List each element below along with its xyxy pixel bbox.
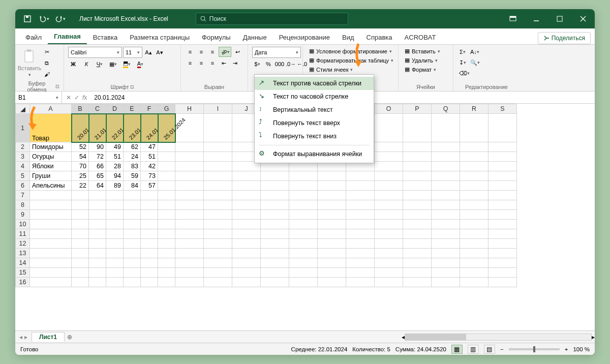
bold-button[interactable]: Ж xyxy=(68,59,78,69)
cell[interactable] xyxy=(432,210,460,220)
cell[interactable]: 65 xyxy=(89,171,106,181)
cell[interactable] xyxy=(489,258,517,268)
cell[interactable] xyxy=(158,268,175,278)
clear-icon[interactable]: ⌫ ▾ xyxy=(458,68,471,78)
cell[interactable] xyxy=(489,142,517,152)
redo-icon[interactable]: ▾ xyxy=(53,12,67,26)
row-header[interactable]: 7 xyxy=(16,191,30,200)
cell[interactable] xyxy=(30,239,72,249)
cell[interactable] xyxy=(375,200,403,210)
column-header[interactable]: H xyxy=(175,104,204,114)
column-header[interactable]: G xyxy=(158,104,175,114)
cell[interactable] xyxy=(489,278,517,287)
cell[interactable] xyxy=(204,220,232,229)
cell[interactable] xyxy=(141,229,158,239)
cell[interactable] xyxy=(460,181,489,191)
wrap-text-icon[interactable]: ↩ xyxy=(232,47,242,57)
view-page-layout-icon[interactable]: ▥ xyxy=(468,345,479,354)
cell[interactable]: 22 xyxy=(72,181,89,191)
zoom-slider[interactable] xyxy=(509,348,560,350)
row-header[interactable]: 8 xyxy=(16,200,30,210)
cell[interactable] xyxy=(175,268,204,278)
tab-данные[interactable]: Данные xyxy=(237,31,273,44)
column-header[interactable]: D xyxy=(106,104,124,114)
cell[interactable] xyxy=(289,268,318,278)
cell[interactable] xyxy=(375,249,403,258)
cell[interactable] xyxy=(72,191,89,200)
cell[interactable] xyxy=(460,200,489,210)
cell[interactable] xyxy=(403,171,432,181)
cell[interactable] xyxy=(30,210,72,220)
column-header[interactable]: P xyxy=(403,104,432,114)
orientation-menu-item[interactable]: ⤵Повернуть текст вниз xyxy=(255,130,374,143)
cell[interactable] xyxy=(72,229,89,239)
orientation-button[interactable]: ab▾ xyxy=(219,47,231,57)
cell[interactable] xyxy=(89,249,106,258)
cell[interactable] xyxy=(289,181,318,191)
cell[interactable] xyxy=(175,210,204,220)
align-left-icon[interactable]: ≡ xyxy=(185,58,195,68)
sheet-nav-prev-icon[interactable]: ◂ xyxy=(19,333,22,341)
cell[interactable] xyxy=(232,210,261,220)
cell[interactable]: 64 xyxy=(89,181,106,191)
cell[interactable] xyxy=(261,171,289,181)
cell[interactable] xyxy=(124,191,141,200)
cell[interactable] xyxy=(289,220,318,229)
cell[interactable] xyxy=(489,162,517,171)
cell[interactable]: 20.01.2024 xyxy=(72,114,89,142)
row-header[interactable]: 15 xyxy=(16,268,30,278)
cell[interactable] xyxy=(489,152,517,162)
cell[interactable] xyxy=(460,152,489,162)
cell[interactable] xyxy=(460,210,489,220)
cell[interactable] xyxy=(375,258,403,268)
cell[interactable] xyxy=(106,229,124,239)
cell[interactable] xyxy=(375,220,403,229)
cell[interactable] xyxy=(432,268,460,278)
orientation-menu-item[interactable]: ⤴Повернуть текст вверх xyxy=(255,116,374,130)
zoom-in-icon[interactable]: + xyxy=(565,346,568,352)
number-format-select[interactable]: Дата▾ xyxy=(252,47,301,58)
cell[interactable] xyxy=(318,278,346,287)
tab-формулы[interactable]: Формулы xyxy=(196,31,237,44)
cell[interactable] xyxy=(232,200,261,210)
align-top-icon[interactable]: ≡ xyxy=(185,47,195,57)
horizontal-scrollbar[interactable]: ◂▸ xyxy=(402,333,595,341)
cell[interactable] xyxy=(204,191,232,200)
increase-decimal-icon[interactable]: .0→ xyxy=(286,59,296,69)
name-box[interactable]: B1▾ xyxy=(15,92,62,103)
cell[interactable] xyxy=(403,191,432,200)
cell[interactable]: 49 xyxy=(106,142,124,152)
cell[interactable] xyxy=(175,162,204,171)
cell[interactable] xyxy=(89,191,106,200)
search-box[interactable]: Поиск xyxy=(196,13,348,25)
cell[interactable] xyxy=(89,229,106,239)
font-color-icon[interactable]: A▾ xyxy=(135,59,145,69)
cell[interactable] xyxy=(318,191,346,200)
cell[interactable]: 73 xyxy=(141,171,158,181)
column-header[interactable]: F xyxy=(141,104,158,114)
cell[interactable] xyxy=(175,220,204,229)
cell[interactable] xyxy=(489,220,517,229)
cell[interactable] xyxy=(489,210,517,220)
cell[interactable] xyxy=(106,210,124,220)
cell[interactable] xyxy=(460,268,489,278)
cell[interactable]: 51 xyxy=(106,152,124,162)
cell[interactable] xyxy=(89,239,106,249)
cell[interactable] xyxy=(204,171,232,181)
cell[interactable] xyxy=(158,258,175,268)
cell[interactable] xyxy=(141,239,158,249)
row-header[interactable]: 12 xyxy=(16,239,30,249)
cell[interactable] xyxy=(141,268,158,278)
cell[interactable] xyxy=(375,152,403,162)
cell[interactable] xyxy=(30,268,72,278)
share-button[interactable]: Поделиться xyxy=(538,32,591,44)
cell[interactable] xyxy=(432,152,460,162)
cell[interactable] xyxy=(72,210,89,220)
cell[interactable]: Огурцы xyxy=(30,152,72,162)
cell[interactable] xyxy=(403,249,432,258)
sheet-nav-next-icon[interactable]: ▸ xyxy=(24,333,27,341)
cell[interactable] xyxy=(232,268,261,278)
cell[interactable] xyxy=(432,249,460,258)
column-header[interactable]: C xyxy=(89,104,106,114)
cell[interactable] xyxy=(318,268,346,278)
